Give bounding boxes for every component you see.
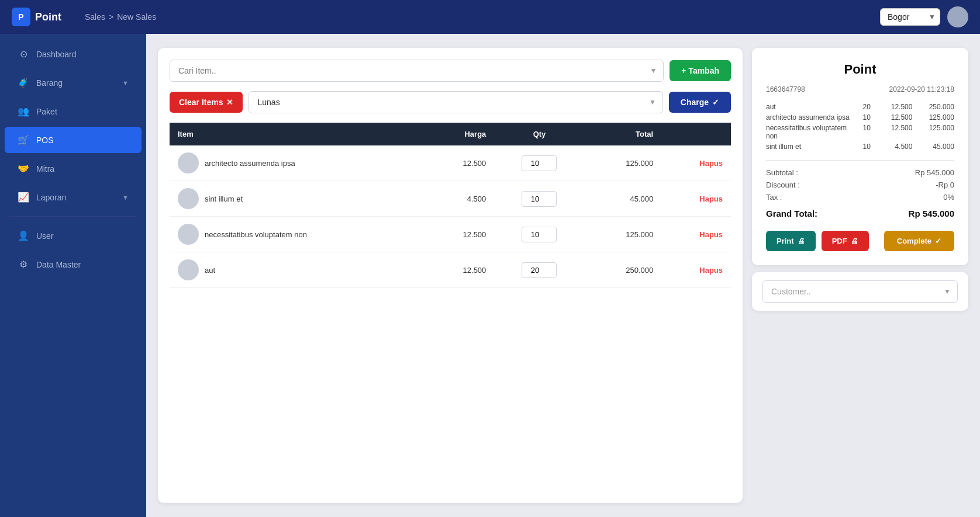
item-total: 125.000 bbox=[585, 145, 662, 181]
receipt-buttons: Print 🖨 PDF 🖨 Complete ✓ bbox=[766, 231, 954, 251]
sidebar-item-pos[interactable]: 🛒 POS bbox=[5, 127, 142, 153]
sidebar-item-label: Paket bbox=[36, 107, 129, 116]
receipt-line-price: 12.500 bbox=[871, 124, 913, 140]
table-row: aut 12.500 250.000 Hapus bbox=[170, 252, 731, 288]
discount-row: Discount : -Rp 0 bbox=[766, 179, 954, 191]
tax-label: Tax : bbox=[766, 193, 782, 202]
sidebar-item-dashboard[interactable]: ⊙ Dashboard bbox=[5, 41, 142, 67]
check-icon: ✓ bbox=[935, 237, 941, 245]
app-name: Point bbox=[35, 11, 61, 23]
topnav-right: Bogor Jakarta Bandung ▼ bbox=[880, 6, 968, 27]
item-thumbnail bbox=[178, 224, 199, 245]
print-button[interactable]: Print 🖨 bbox=[766, 231, 816, 251]
sidebar-item-data-master[interactable]: ⚙ Data Master bbox=[5, 251, 142, 277]
item-harga: 12.500 bbox=[425, 252, 494, 288]
pdf-button[interactable]: PDF 🖨 bbox=[822, 231, 869, 251]
discount-value: -Rp 0 bbox=[936, 181, 954, 189]
receipt-line-name: necessitatibus voluptatem non bbox=[766, 124, 850, 140]
receipt-line-total: 125.000 bbox=[912, 113, 954, 122]
location-select[interactable]: Bogor Jakarta Bandung bbox=[880, 8, 940, 26]
mitra-icon: 🤝 bbox=[18, 163, 29, 174]
item-harga: 12.500 bbox=[425, 217, 494, 252]
sidebar-item-laporan[interactable]: 📈 Laporan ▼ bbox=[5, 184, 142, 210]
sidebar-item-label: Dashboard bbox=[36, 50, 129, 59]
receipt-line-qty: 10 bbox=[850, 113, 871, 122]
subtotal-label: Subtotal : bbox=[766, 168, 798, 177]
subtotal-value: Rp 545.000 bbox=[915, 168, 954, 177]
charge-button[interactable]: Charge ✓ bbox=[669, 92, 731, 113]
tax-row: Tax : 0% bbox=[766, 191, 954, 203]
item-total: 250.000 bbox=[585, 252, 662, 288]
user-icon: 👤 bbox=[18, 230, 29, 241]
receipt-line-qty: 10 bbox=[850, 124, 871, 140]
item-name-cell: aut bbox=[170, 252, 425, 288]
charge-label: Charge bbox=[681, 98, 709, 107]
sidebar-item-barang[interactable]: 🧳 Barang ▼ bbox=[5, 70, 142, 96]
item-action-cell: Hapus bbox=[661, 217, 731, 252]
sidebar-item-mitra[interactable]: 🤝 Mitra bbox=[5, 155, 142, 182]
subtotal-row: Subtotal : Rp 545.000 bbox=[766, 166, 954, 179]
item-name: architecto assumenda ipsa bbox=[205, 159, 295, 168]
grand-total-label: Grand Total: bbox=[766, 209, 817, 218]
action-row: Clear Items ✕ Lunas Kredit Transfer ▼ Ch… bbox=[170, 91, 731, 113]
receipt-line-name: aut bbox=[766, 103, 850, 111]
breadcrumb-parent[interactable]: Sales bbox=[85, 12, 105, 22]
hapus-button[interactable]: Hapus bbox=[699, 159, 723, 168]
clear-label: Clear Items bbox=[179, 98, 223, 107]
logo-icon: P bbox=[12, 8, 30, 26]
receipt-card: Point 1663647798 2022-09-20 11:23:18 aut… bbox=[752, 48, 968, 265]
complete-button[interactable]: Complete ✓ bbox=[884, 231, 954, 251]
payment-select[interactable]: Lunas Kredit Transfer bbox=[249, 91, 662, 113]
col-header-item: Item bbox=[170, 123, 425, 145]
item-qty-cell bbox=[494, 145, 584, 181]
grand-total-row: Grand Total: Rp 545.000 bbox=[766, 207, 954, 220]
item-thumbnail bbox=[178, 188, 199, 209]
receipt-date: 2022-09-20 11:23:18 bbox=[889, 85, 954, 93]
hapus-button[interactable]: Hapus bbox=[699, 195, 723, 203]
receipt-line-item: architecto assumenda ipsa 10 12.500 125.… bbox=[766, 113, 954, 122]
sidebar-item-label: Data Master bbox=[36, 260, 129, 269]
avatar[interactable] bbox=[947, 6, 968, 27]
data-master-icon: ⚙ bbox=[18, 259, 29, 270]
sidebar-item-user[interactable]: 👤 User bbox=[5, 223, 142, 249]
clear-items-button[interactable]: Clear Items ✕ bbox=[170, 92, 243, 113]
search-input[interactable] bbox=[170, 60, 664, 82]
item-name: aut bbox=[205, 266, 215, 275]
qty-input[interactable] bbox=[522, 262, 557, 278]
receipt-line-price: 4.500 bbox=[871, 143, 913, 151]
customer-select[interactable]: Customer.. bbox=[762, 280, 958, 303]
printer-icon: 🖨 bbox=[798, 237, 805, 245]
pdf-icon: 🖨 bbox=[851, 237, 858, 245]
receipt-line-item: sint illum et 10 4.500 45.000 bbox=[766, 143, 954, 151]
qty-input[interactable] bbox=[522, 155, 557, 171]
receipt-line-total: 250.000 bbox=[912, 103, 954, 111]
sidebar-divider bbox=[9, 216, 137, 217]
qty-input[interactable] bbox=[522, 227, 557, 242]
item-thumbnail bbox=[178, 152, 199, 174]
col-header-qty: Qty bbox=[494, 123, 584, 145]
col-header-total: Total bbox=[585, 123, 662, 145]
breadcrumb-current: New Sales bbox=[117, 12, 156, 22]
table-row: necessitatibus voluptatem non 12.500 125… bbox=[170, 217, 731, 252]
hapus-button[interactable]: Hapus bbox=[699, 266, 723, 275]
hapus-button[interactable]: Hapus bbox=[699, 230, 723, 239]
item-action-cell: Hapus bbox=[661, 252, 731, 288]
barang-icon: 🧳 bbox=[18, 77, 29, 88]
chevron-icon: ▼ bbox=[122, 194, 129, 201]
sidebar-item-paket[interactable]: 👥 Paket bbox=[5, 98, 142, 124]
search-row: ▼ + Tambah bbox=[170, 60, 731, 82]
item-thumbnail bbox=[178, 259, 199, 280]
sidebar-item-label: Barang bbox=[36, 78, 115, 88]
receipt-line-name: architecto assumenda ipsa bbox=[766, 113, 850, 122]
tambah-button[interactable]: + Tambah bbox=[670, 60, 731, 81]
receipt-title: Point bbox=[766, 62, 954, 77]
col-header-harga: Harga bbox=[425, 123, 494, 145]
location-wrapper: Bogor Jakarta Bandung ▼ bbox=[880, 8, 940, 26]
qty-input[interactable] bbox=[522, 191, 557, 207]
pos-icon: 🛒 bbox=[18, 134, 29, 145]
topnav: P Point Sales > New Sales Bogor Jakarta … bbox=[0, 0, 980, 34]
tax-value: 0% bbox=[943, 193, 954, 202]
invoice-number: 1663647798 bbox=[766, 85, 805, 93]
receipt-line-name: sint illum et bbox=[766, 143, 850, 151]
item-total: 45.000 bbox=[585, 181, 662, 217]
